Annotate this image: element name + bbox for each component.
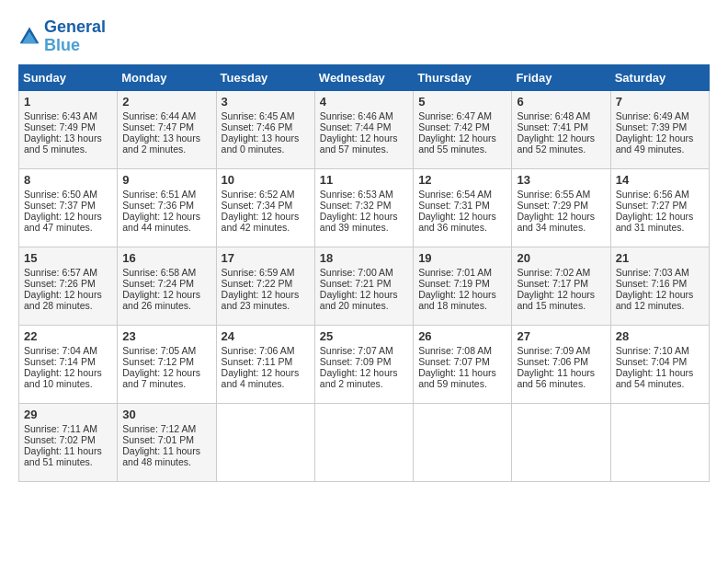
day-info-line: Sunset: 7:46 PM — [222, 121, 310, 132]
day-info-line: Sunset: 7:01 PM — [122, 434, 210, 445]
day-number: 26 — [418, 329, 506, 343]
day-info-line: Sunrise: 6:48 AM — [517, 110, 605, 121]
day-info-line: and 0 minutes. — [222, 144, 310, 155]
weekday-header-thursday: Thursday — [414, 64, 512, 90]
logo-icon — [18, 26, 40, 48]
day-info-line: Daylight: 12 hours — [616, 289, 704, 300]
day-info-line: Daylight: 12 hours — [418, 289, 506, 300]
day-info-line: Sunrise: 6:59 AM — [222, 267, 310, 278]
day-info-line: Sunrise: 6:53 AM — [320, 189, 408, 200]
day-number: 12 — [418, 173, 506, 187]
day-info-line: Daylight: 12 hours — [517, 289, 605, 300]
day-info-line: Sunrise: 6:50 AM — [24, 189, 112, 200]
day-info-line: and 18 minutes. — [418, 300, 506, 311]
day-info-line: and 28 minutes. — [24, 300, 112, 311]
day-info-line: Sunset: 7:27 PM — [616, 200, 704, 211]
calendar-cell: 19Sunrise: 7:01 AMSunset: 7:19 PMDayligh… — [414, 247, 512, 325]
day-info-line: and 15 minutes. — [517, 300, 605, 311]
day-info-line: Daylight: 12 hours — [517, 132, 605, 144]
day-number: 28 — [616, 329, 704, 343]
logo-text: GeneralBlue — [44, 18, 106, 55]
day-number: 4 — [320, 95, 408, 109]
day-info-line: and 7 minutes. — [122, 378, 210, 389]
day-info-line: Sunrise: 7:03 AM — [616, 267, 704, 278]
day-info-line: Sunrise: 6:55 AM — [517, 189, 605, 200]
calendar-week: 15Sunrise: 6:57 AMSunset: 7:26 PMDayligh… — [19, 247, 710, 325]
day-info-line: Sunrise: 6:52 AM — [222, 189, 310, 200]
day-info-line: Sunrise: 7:12 AM — [122, 423, 210, 434]
day-info-line: Sunrise: 6:56 AM — [616, 189, 704, 200]
day-info-line: Daylight: 13 hours — [222, 132, 310, 144]
calendar-cell: 2Sunrise: 6:44 AMSunset: 7:47 PMDaylight… — [118, 90, 216, 168]
day-number: 21 — [616, 251, 704, 265]
calendar-cell: 6Sunrise: 6:48 AMSunset: 7:41 PMDaylight… — [512, 90, 610, 168]
day-info-line: Sunrise: 7:10 AM — [616, 345, 704, 356]
calendar-table: SundayMondayTuesdayWednesdayThursdayFrid… — [18, 64, 710, 482]
calendar-cell: 23Sunrise: 7:05 AMSunset: 7:12 PMDayligh… — [118, 325, 216, 403]
day-info-line: and 2 minutes. — [122, 144, 210, 155]
weekday-header-friday: Friday — [512, 64, 610, 90]
calendar-week: 29Sunrise: 7:11 AMSunset: 7:02 PMDayligh… — [19, 403, 710, 481]
day-info-line: Daylight: 12 hours — [616, 211, 704, 222]
calendar-cell — [512, 403, 610, 481]
calendar-cell: 12Sunrise: 6:54 AMSunset: 7:31 PMDayligh… — [414, 168, 512, 247]
day-number: 10 — [222, 173, 310, 187]
day-info-line: Sunrise: 7:01 AM — [418, 267, 506, 278]
day-info-line: and 34 minutes. — [517, 222, 605, 233]
day-info-line: Daylight: 13 hours — [24, 132, 112, 144]
day-info-line: and 52 minutes. — [517, 144, 605, 155]
day-info-line: Sunset: 7:36 PM — [122, 200, 210, 211]
weekday-header-wednesday: Wednesday — [314, 64, 413, 90]
day-info-line: Sunrise: 6:44 AM — [122, 110, 210, 121]
day-number: 23 — [122, 329, 210, 343]
logo: GeneralBlue — [18, 18, 106, 55]
day-number: 27 — [517, 329, 605, 343]
day-info-line: Daylight: 12 hours — [320, 289, 408, 300]
calendar-cell: 22Sunrise: 7:04 AMSunset: 7:14 PMDayligh… — [19, 325, 118, 403]
day-number: 11 — [320, 173, 408, 187]
calendar-cell: 5Sunrise: 6:47 AMSunset: 7:42 PMDaylight… — [414, 90, 512, 168]
day-info-line: and 36 minutes. — [418, 222, 506, 233]
day-number: 29 — [24, 408, 112, 421]
day-number: 17 — [222, 251, 310, 265]
day-number: 20 — [517, 251, 605, 265]
day-info-line: Sunset: 7:12 PM — [122, 356, 210, 367]
day-number: 15 — [24, 251, 112, 265]
day-info-line: Sunset: 7:26 PM — [24, 278, 112, 289]
weekday-header-tuesday: Tuesday — [216, 64, 314, 90]
day-info-line: Sunrise: 7:11 AM — [24, 423, 112, 434]
day-info-line: Sunrise: 6:57 AM — [24, 267, 112, 278]
weekday-header-sunday: Sunday — [19, 64, 118, 90]
day-info-line: Sunset: 7:06 PM — [517, 356, 605, 367]
day-info-line: and 54 minutes. — [616, 378, 704, 389]
day-info-line: and 12 minutes. — [616, 300, 704, 311]
calendar-cell: 25Sunrise: 7:07 AMSunset: 7:09 PMDayligh… — [314, 325, 413, 403]
day-info-line: Sunset: 7:32 PM — [320, 200, 408, 211]
day-info-line: Sunrise: 7:09 AM — [517, 345, 605, 356]
day-info-line: and 55 minutes. — [418, 144, 506, 155]
day-info-line: Sunset: 7:47 PM — [122, 121, 210, 132]
day-info-line: Daylight: 12 hours — [122, 289, 210, 300]
day-number: 30 — [122, 408, 210, 421]
calendar-cell: 17Sunrise: 6:59 AMSunset: 7:22 PMDayligh… — [216, 247, 314, 325]
calendar-cell: 9Sunrise: 6:51 AMSunset: 7:36 PMDaylight… — [118, 168, 216, 247]
calendar-cell — [216, 403, 314, 481]
day-info-line: Sunrise: 6:45 AM — [222, 110, 310, 121]
day-info-line: Sunrise: 7:02 AM — [517, 267, 605, 278]
calendar-cell: 13Sunrise: 6:55 AMSunset: 7:29 PMDayligh… — [512, 168, 610, 247]
day-info-line: Sunrise: 7:00 AM — [320, 267, 408, 278]
day-info-line: and 49 minutes. — [616, 144, 704, 155]
day-info-line: Sunset: 7:37 PM — [24, 200, 112, 211]
day-info-line: Sunrise: 6:49 AM — [616, 110, 704, 121]
calendar-week: 1Sunrise: 6:43 AMSunset: 7:49 PMDaylight… — [19, 90, 710, 168]
day-info-line: Sunset: 7:24 PM — [122, 278, 210, 289]
day-info-line: and 48 minutes. — [122, 456, 210, 467]
day-info-line: Daylight: 12 hours — [320, 132, 408, 144]
day-number: 5 — [418, 95, 506, 109]
day-info-line: Daylight: 12 hours — [24, 211, 112, 222]
day-info-line: and 5 minutes. — [24, 144, 112, 155]
day-info-line: and 56 minutes. — [517, 378, 605, 389]
day-info-line: Sunset: 7:04 PM — [616, 356, 704, 367]
day-info-line: Sunset: 7:09 PM — [320, 356, 408, 367]
weekday-header-saturday: Saturday — [610, 64, 709, 90]
